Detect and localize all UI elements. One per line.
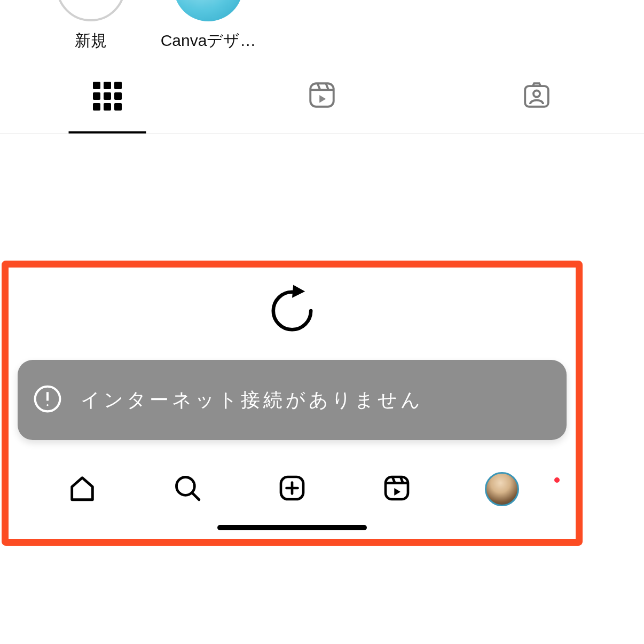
grid-icon [93, 82, 122, 111]
stories-row: 新規 Canvaデザ… [0, 0, 644, 53]
nav-create[interactable] [271, 468, 313, 511]
svg-point-5 [46, 404, 48, 406]
search-icon [172, 473, 203, 506]
home-indicator [217, 525, 367, 530]
story-label: Canvaデザ… [161, 30, 256, 52]
nav-home[interactable] [61, 468, 104, 511]
svg-point-2 [533, 90, 540, 97]
profile-avatar [485, 472, 519, 506]
story-circle-canva [174, 0, 243, 21]
warning-icon [33, 384, 62, 416]
svg-line-7 [192, 493, 199, 500]
tab-tagged[interactable] [429, 59, 644, 133]
plus-icon [277, 473, 307, 505]
refresh-icon[interactable] [263, 281, 321, 342]
story-canva[interactable]: Canvaデザ… [163, 0, 254, 52]
tab-grid[interactable] [0, 59, 215, 133]
nav-profile[interactable] [481, 468, 523, 511]
nav-search[interactable] [166, 468, 209, 511]
annotation-highlight-box: インターネット接続がありません [2, 261, 583, 546]
offline-toast: インターネット接続がありません [18, 360, 567, 440]
story-circle-new [56, 0, 125, 21]
story-label: 新規 [75, 30, 107, 52]
refresh-wrap [9, 268, 576, 342]
svg-rect-11 [386, 477, 408, 499]
reels-nav-icon [382, 473, 412, 505]
svg-rect-0 [310, 83, 334, 107]
tab-reels[interactable] [215, 59, 429, 133]
reels-icon [307, 80, 337, 113]
home-icon [67, 473, 98, 506]
notification-dot [554, 477, 560, 483]
content-area [0, 133, 644, 256]
tagged-icon [521, 80, 552, 113]
nav-reels[interactable] [375, 468, 418, 511]
story-new[interactable]: 新規 [45, 0, 136, 52]
profile-tabs [0, 59, 644, 133]
toast-message: インターネット接続がありません [81, 387, 423, 413]
